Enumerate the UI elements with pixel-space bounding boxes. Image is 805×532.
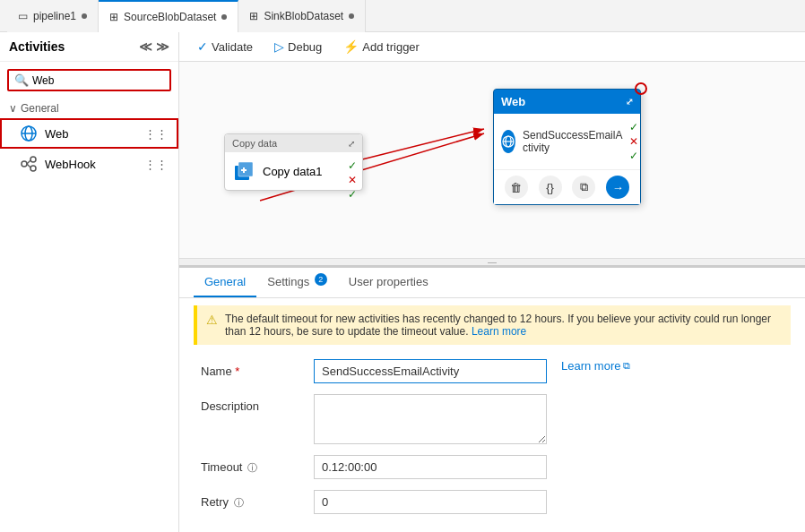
tab-settings[interactable]: Settings 2 <box>256 268 338 297</box>
trigger-icon: ⚡ <box>343 39 359 54</box>
description-label: Description <box>201 394 299 413</box>
validate-button[interactable]: ✓ Validate <box>194 38 256 56</box>
sidebar-webhook-label: WebHook <box>45 158 96 171</box>
web-activity-name: SendSuccessEmailActivity <box>523 129 622 154</box>
warning-icon: ⚠ <box>206 313 218 338</box>
sidebar-web-label: Web <box>45 127 69 141</box>
svg-line-6 <box>27 160 30 164</box>
learn-more-link[interactable]: Learn more ⧉ <box>561 359 630 373</box>
table-icon2: ⊞ <box>249 10 258 22</box>
tab-sinkblobdataset[interactable]: ⊞ SinkBlobDataset <box>238 0 366 32</box>
form-area: Name * Learn more ⧉ Description <box>179 352 805 532</box>
copy-resize-icon: ⤢ <box>348 139 355 149</box>
description-input[interactable] <box>314 394 547 444</box>
drag-icon2: ⋮⋮ <box>144 158 168 171</box>
tab-modified-dot <box>82 13 87 19</box>
go-button[interactable]: → <box>606 176 629 199</box>
web-check-failure: ✕ <box>629 135 638 148</box>
web-activity-header: Web ⤢ <box>494 90 640 114</box>
main-layout: Activities ≪ ≫ 🔍 ∨ General Web <box>0 32 805 532</box>
delete-button[interactable]: 🗑 <box>505 176 528 199</box>
divider-icon: — <box>488 257 497 265</box>
debug-button[interactable]: ▷ Debug <box>271 38 325 56</box>
property-tabs: General Settings 2 User properties <box>179 268 805 298</box>
name-label: Name * <box>201 359 299 378</box>
chevron-down-icon: ∨ <box>9 102 17 115</box>
divider-handle[interactable]: — <box>179 258 805 265</box>
properties-panel: General Settings 2 User properties ⚠ The… <box>179 265 805 532</box>
expand-icon[interactable]: ≫ <box>156 39 169 54</box>
copy-data-header: Copy data ⤢ <box>225 134 362 152</box>
required-indicator: * <box>235 365 239 378</box>
collapse-icon[interactable]: ≪ <box>139 39 152 54</box>
tab-user-properties[interactable]: User properties <box>338 268 439 297</box>
category-general[interactable]: ∨ General <box>0 99 178 118</box>
code-button[interactable]: {} <box>539 176 562 199</box>
web-activity-body: SendSuccessEmailActivity ✓ ✕ ✓ <box>494 114 640 169</box>
web-check-completion: ✓ <box>629 150 638 162</box>
web-resize-icon: ⤢ <box>626 97 633 107</box>
name-input[interactable] <box>314 359 547 383</box>
pipeline-canvas[interactable]: Copy data ⤢ Copy data1 ✓ ✕ <box>179 62 805 265</box>
web-item-actions: ⋮⋮ <box>144 127 168 141</box>
webhook-icon <box>20 155 38 173</box>
web-globe-icon <box>501 130 515 153</box>
sidebar-item-webhook[interactable]: WebHook ⋮⋮ <box>0 149 178 179</box>
web-check-success: ✓ <box>629 121 638 133</box>
web-activity-toolbar: 🗑 {} ⧉ → <box>494 169 640 204</box>
web-activity[interactable]: Web ⤢ SendSuccessEmailActivity ✓ ✕ <box>493 89 641 205</box>
search-input[interactable] <box>32 74 164 87</box>
retry-row: Retry ⓘ <box>201 490 783 514</box>
tab-modified-dot2 <box>221 14 227 20</box>
timeout-row: Timeout ⓘ <box>201 455 783 479</box>
web-icon <box>20 124 38 142</box>
sidebar-item-web[interactable]: Web ⋮⋮ <box>0 118 178 149</box>
check-completion: ✓ <box>348 188 357 201</box>
sidebar-header: Activities ≪ ≫ <box>0 32 178 62</box>
retry-input[interactable] <box>314 490 547 514</box>
sidebar-header-icons: ≪ ≫ <box>139 39 169 54</box>
svg-point-4 <box>30 157 36 162</box>
svg-point-3 <box>22 161 27 167</box>
webhook-item-actions: ⋮⋮ <box>144 158 168 171</box>
check-success: ✓ <box>348 159 357 172</box>
sidebar: Activities ≪ ≫ 🔍 ∨ General Web <box>0 32 179 532</box>
timeout-info-icon[interactable]: ⓘ <box>247 462 257 473</box>
add-trigger-button[interactable]: ⚡ Add trigger <box>340 38 423 56</box>
canvas-area: ✓ Validate ▷ Debug ⚡ Add trigger <box>179 32 805 532</box>
warning-learn-more-link[interactable]: Learn more <box>472 325 526 338</box>
copy-data-icon <box>232 159 255 183</box>
external-link-icon: ⧉ <box>623 360 630 372</box>
tab-modified-dot3 <box>349 13 354 19</box>
timeout-label: Timeout ⓘ <box>201 455 299 475</box>
toolbar: ✓ Validate ▷ Debug ⚡ Add trigger <box>179 32 805 62</box>
check-failure: ✕ <box>348 174 357 186</box>
search-box: 🔍 <box>7 69 171 91</box>
warning-banner: ⚠ The default timeout for new activities… <box>194 305 791 345</box>
sidebar-title: Activities <box>9 39 65 54</box>
validate-icon: ✓ <box>197 39 208 54</box>
copy-data-body: Copy data1 <box>225 152 362 190</box>
search-icon: 🔍 <box>14 73 29 87</box>
category-label: General <box>21 102 59 115</box>
retry-info-icon[interactable]: ⓘ <box>234 497 244 508</box>
table-icon: ⊞ <box>109 11 118 23</box>
name-row: Name * Learn more ⧉ <box>201 359 783 383</box>
red-circle-indicator <box>635 82 647 95</box>
tab-general[interactable]: General <box>194 268 256 297</box>
description-row: Description <box>201 394 783 444</box>
copy-data-activity[interactable]: Copy data ⤢ Copy data1 ✓ ✕ <box>224 133 363 191</box>
tab-bar: ▭ pipeline1 ⊞ SourceBlobDataset ⊞ SinkBl… <box>0 0 805 32</box>
tab-sourceblobdataset[interactable]: ⊞ SourceBlobDataset <box>99 0 238 32</box>
drag-icon: ⋮⋮ <box>144 127 168 141</box>
settings-badge: 2 <box>315 273 327 286</box>
debug-icon: ▷ <box>274 39 284 54</box>
retry-label: Retry ⓘ <box>201 490 299 510</box>
timeout-input[interactable] <box>314 455 547 479</box>
svg-line-7 <box>27 164 30 167</box>
copy-checkmarks: ✓ ✕ ✓ <box>348 159 357 201</box>
copy-button[interactable]: ⧉ <box>572 176 595 199</box>
tab-pipeline1[interactable]: ▭ pipeline1 <box>7 0 99 32</box>
copy-data-name: Copy data1 <box>263 165 323 178</box>
web-checkmarks: ✓ ✕ ✓ <box>629 121 638 162</box>
